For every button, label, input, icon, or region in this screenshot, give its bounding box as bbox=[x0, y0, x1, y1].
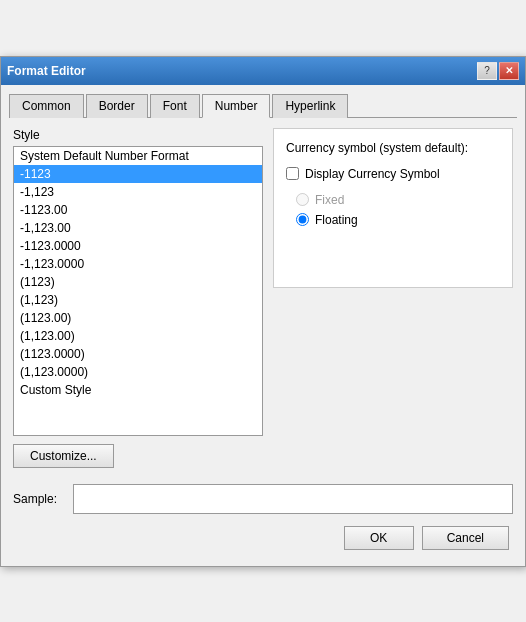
ok-button[interactable]: OK bbox=[344, 526, 414, 550]
floating-radio[interactable] bbox=[296, 213, 309, 226]
display-currency-row: Display Currency Symbol bbox=[286, 167, 500, 181]
style-label: Style bbox=[13, 128, 263, 142]
tab-common[interactable]: Common bbox=[9, 94, 84, 118]
list-item[interactable]: -1,123 bbox=[14, 183, 262, 201]
right-panel: Currency symbol (system default): Displa… bbox=[273, 128, 513, 468]
floating-radio-row: Floating bbox=[286, 213, 500, 227]
sample-section: Sample: -5555555 bbox=[9, 484, 517, 514]
style-list[interactable]: System Default Number Format -1123 -1,12… bbox=[13, 146, 263, 436]
currency-box: Currency symbol (system default): Displa… bbox=[273, 128, 513, 288]
list-item[interactable]: (1,123.00) bbox=[14, 327, 262, 345]
sample-input[interactable]: -5555555 bbox=[73, 484, 513, 514]
cancel-button[interactable]: Cancel bbox=[422, 526, 509, 550]
left-panel: Style System Default Number Format -1123… bbox=[13, 128, 263, 468]
title-bar-buttons: ? ✕ bbox=[477, 62, 519, 80]
list-item[interactable]: -1123 bbox=[14, 165, 262, 183]
tab-bar: Common Border Font Number Hyperlink bbox=[9, 93, 517, 118]
floating-label: Floating bbox=[315, 213, 358, 227]
close-button[interactable]: ✕ bbox=[499, 62, 519, 80]
customize-button[interactable]: Customize... bbox=[13, 444, 114, 468]
sample-label: Sample: bbox=[13, 492, 63, 506]
list-item[interactable]: -1123.00 bbox=[14, 201, 262, 219]
dialog-content: Common Border Font Number Hyperlink Styl… bbox=[1, 85, 525, 566]
format-editor-window: Format Editor ? ✕ Common Border Font Num… bbox=[0, 56, 526, 567]
list-item[interactable]: (1,123.0000) bbox=[14, 363, 262, 381]
fixed-radio-row: Fixed bbox=[286, 193, 500, 207]
window-title: Format Editor bbox=[7, 64, 86, 78]
fixed-radio[interactable] bbox=[296, 193, 309, 206]
fixed-label: Fixed bbox=[315, 193, 344, 207]
list-item[interactable]: -1123.0000 bbox=[14, 237, 262, 255]
tab-hyperlink[interactable]: Hyperlink bbox=[272, 94, 348, 118]
tab-font[interactable]: Font bbox=[150, 94, 200, 118]
list-item[interactable]: (1123.0000) bbox=[14, 345, 262, 363]
currency-title: Currency symbol (system default): bbox=[286, 141, 500, 155]
list-item[interactable]: (1123) bbox=[14, 273, 262, 291]
help-button[interactable]: ? bbox=[477, 62, 497, 80]
display-currency-checkbox[interactable] bbox=[286, 167, 299, 180]
list-item[interactable]: (1123.00) bbox=[14, 309, 262, 327]
footer: OK Cancel bbox=[9, 514, 517, 558]
list-item[interactable]: -1,123.0000 bbox=[14, 255, 262, 273]
list-item[interactable]: Custom Style bbox=[14, 381, 262, 399]
list-item[interactable]: -1,123.00 bbox=[14, 219, 262, 237]
display-currency-label: Display Currency Symbol bbox=[305, 167, 440, 181]
tab-number[interactable]: Number bbox=[202, 94, 271, 118]
main-content: Style System Default Number Format -1123… bbox=[9, 128, 517, 468]
list-item[interactable]: System Default Number Format bbox=[14, 147, 262, 165]
title-bar: Format Editor ? ✕ bbox=[1, 57, 525, 85]
tab-border[interactable]: Border bbox=[86, 94, 148, 118]
list-item[interactable]: (1,123) bbox=[14, 291, 262, 309]
